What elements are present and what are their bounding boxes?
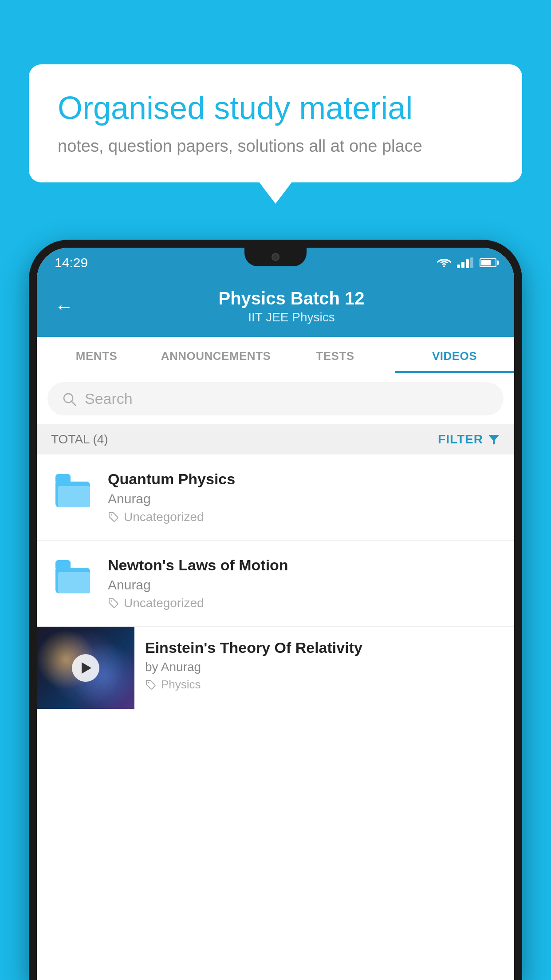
video-tag: Physics — [145, 678, 502, 692]
app-header: ← Physics Batch 12 IIT JEE Physics — [37, 278, 514, 337]
video-tag: Uncategorized — [108, 510, 500, 524]
search-container: Search — [37, 373, 514, 424]
filter-button[interactable]: FILTER — [438, 432, 500, 447]
status-icons — [437, 257, 496, 268]
video-info: Quantum Physics Anurag Uncategorized — [108, 470, 500, 524]
folder-thumbnail — [51, 470, 95, 510]
tab-announcements[interactable]: ANNOUNCEMENTS — [156, 337, 276, 373]
video-thumbnail — [37, 627, 134, 709]
tag-text: Uncategorized — [124, 596, 204, 610]
tab-videos[interactable]: VIDEOS — [395, 337, 514, 373]
play-button[interactable] — [72, 654, 99, 682]
search-box[interactable]: Search — [47, 382, 504, 415]
batch-subtitle: IIT JEE Physics — [87, 310, 496, 324]
video-author: Anurag — [108, 491, 500, 506]
phone-frame: 14:29 ← — [29, 240, 522, 980]
header-title-block: Physics Batch 12 IIT JEE Physics — [87, 288, 496, 324]
svg-line-1 — [72, 402, 75, 405]
search-placeholder: Search — [85, 390, 133, 407]
time-display: 14:29 — [55, 255, 88, 270]
battery-icon — [480, 258, 496, 267]
promo-section: Organised study material notes, question… — [29, 64, 522, 182]
status-bar: 14:29 — [37, 248, 514, 278]
svg-point-0 — [64, 394, 73, 403]
video-list: Quantum Physics Anurag Uncategorized — [37, 454, 514, 980]
bubble-title: Organised study material — [58, 89, 493, 127]
list-item[interactable]: Quantum Physics Anurag Uncategorized — [37, 454, 514, 541]
total-count: TOTAL (4) — [51, 432, 108, 447]
camera — [272, 253, 279, 261]
wifi-icon — [437, 257, 451, 268]
filter-label: FILTER — [438, 432, 483, 447]
filter-icon — [488, 433, 500, 446]
video-author: Anurag — [108, 577, 500, 593]
tabs-bar: MENTS ANNOUNCEMENTS TESTS VIDEOS — [37, 337, 514, 373]
folder-icon — [55, 474, 91, 507]
tab-tests[interactable]: TESTS — [276, 337, 395, 373]
tag-icon — [145, 679, 157, 691]
notch — [244, 248, 307, 266]
search-icon — [62, 391, 77, 407]
tag-icon — [108, 511, 119, 523]
back-button[interactable]: ← — [55, 296, 73, 317]
tag-text: Physics — [161, 678, 201, 692]
speech-bubble-card: Organised study material notes, question… — [29, 64, 522, 182]
signal-icon — [457, 257, 473, 268]
svg-marker-2 — [488, 435, 499, 445]
video-title: Newton's Laws of Motion — [108, 557, 500, 574]
tab-ments[interactable]: MENTS — [37, 337, 156, 373]
list-item[interactable]: Einstein's Theory Of Relativity by Anura… — [37, 627, 514, 709]
video-tag: Uncategorized — [108, 596, 500, 610]
video-title: Quantum Physics — [108, 470, 500, 488]
video-info: Newton's Laws of Motion Anurag Uncategor… — [108, 557, 500, 610]
tag-icon — [108, 597, 119, 609]
folder-thumbnail — [51, 557, 95, 597]
bubble-subtitle: notes, question papers, solutions all at… — [58, 137, 493, 156]
svg-point-3 — [111, 514, 112, 516]
video-title: Einstein's Theory Of Relativity — [145, 639, 502, 656]
video-author: by Anurag — [145, 660, 502, 674]
video-info: Einstein's Theory Of Relativity by Anura… — [134, 627, 514, 704]
batch-title: Physics Batch 12 — [87, 288, 496, 308]
svg-point-5 — [148, 682, 150, 683]
phone-screen: 14:29 ← — [37, 248, 514, 980]
svg-point-4 — [111, 601, 112, 602]
folder-icon — [55, 560, 91, 593]
list-item[interactable]: Newton's Laws of Motion Anurag Uncategor… — [37, 541, 514, 627]
play-icon — [82, 662, 91, 674]
tag-text: Uncategorized — [124, 510, 204, 524]
filter-bar: TOTAL (4) FILTER — [37, 424, 514, 454]
